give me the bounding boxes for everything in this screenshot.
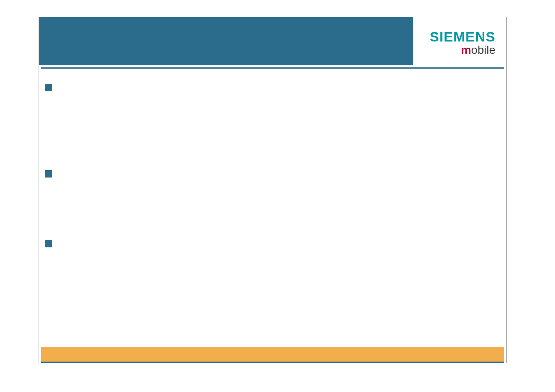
- brand-sub-m: m: [461, 44, 471, 56]
- bullet-square-icon: [45, 240, 52, 247]
- footer-accent: [41, 362, 504, 363]
- title-underline: [41, 67, 504, 69]
- brand-sub-rest: obile: [471, 44, 495, 56]
- viewport: SIEMENS mobile: [0, 0, 555, 392]
- brand-logo: SIEMENS mobile: [414, 21, 503, 65]
- title-band: [39, 17, 413, 65]
- brand-name: SIEMENS: [430, 30, 495, 44]
- content-area: [39, 71, 506, 346]
- bullet-square-icon: [45, 84, 52, 91]
- brand-subtitle: mobile: [461, 44, 495, 56]
- slide: SIEMENS mobile: [39, 17, 507, 363]
- footer-bar: [41, 347, 504, 362]
- bullet-square-icon: [45, 170, 52, 178]
